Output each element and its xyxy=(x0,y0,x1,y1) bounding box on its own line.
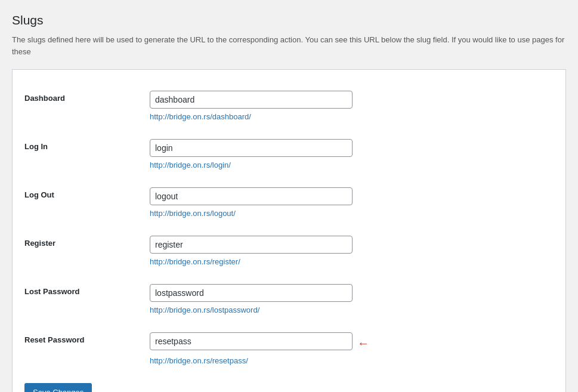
slug-row-login: Log Inhttp://bridge.on.rs/login/ xyxy=(24,130,554,178)
slug-url-resetpass[interactable]: http://bridge.on.rs/resetpass/ xyxy=(150,356,554,365)
slug-url-register[interactable]: http://bridge.on.rs/register/ xyxy=(150,257,554,266)
page-container: Slugs The slugs defined here will be use… xyxy=(0,0,578,392)
page-description: The slugs defined here will be used to g… xyxy=(12,34,566,57)
arrow-indicator: ← xyxy=(357,337,369,349)
slug-input-wrapper-logout: http://bridge.on.rs/logout/ xyxy=(150,187,554,218)
slug-field-cell-logout: http://bridge.on.rs/logout/ xyxy=(144,178,554,227)
slug-row-register: Registerhttp://bridge.on.rs/register/ xyxy=(24,227,554,275)
slug-row-logout: Log Outhttp://bridge.on.rs/logout/ xyxy=(24,178,554,227)
slug-url-dashboard[interactable]: http://bridge.on.rs/dashboard/ xyxy=(150,112,554,121)
slug-input-wrapper-login: http://bridge.on.rs/login/ xyxy=(150,139,554,169)
slug-input-wrapper-resetpass: ←http://bridge.on.rs/resetpass/ xyxy=(150,332,554,365)
slug-url-lostpassword[interactable]: http://bridge.on.rs/lostpassword/ xyxy=(150,305,554,314)
slug-label-lostpassword: Lost Password xyxy=(24,275,144,323)
slug-input-dashboard[interactable] xyxy=(150,91,353,109)
slug-label-login: Log In xyxy=(24,130,144,178)
slug-label-dashboard: Dashboard xyxy=(24,82,144,130)
slug-row-dashboard: Dashboardhttp://bridge.on.rs/dashboard/ xyxy=(24,82,554,130)
slug-label-resetpass: Reset Password xyxy=(24,323,144,374)
slug-input-resetpass[interactable] xyxy=(150,332,353,350)
slug-input-arrow-row-resetpass: ← xyxy=(150,332,554,354)
page-title: Slugs xyxy=(12,12,566,28)
slugs-form-table: Dashboardhttp://bridge.on.rs/dashboard/L… xyxy=(24,82,554,374)
slug-input-wrapper-lostpassword: http://bridge.on.rs/lostpassword/ xyxy=(150,284,554,314)
slug-input-lostpassword[interactable] xyxy=(150,284,353,302)
slug-label-logout: Log Out xyxy=(24,178,144,227)
slug-input-wrapper-dashboard: http://bridge.on.rs/dashboard/ xyxy=(150,91,554,121)
slug-url-logout[interactable]: http://bridge.on.rs/logout/ xyxy=(150,209,554,218)
content-area: Dashboardhttp://bridge.on.rs/dashboard/L… xyxy=(12,69,566,392)
slug-input-login[interactable] xyxy=(150,139,353,157)
slug-field-cell-login: http://bridge.on.rs/login/ xyxy=(144,130,554,178)
slug-row-resetpass: Reset Password←http://bridge.on.rs/reset… xyxy=(24,323,554,374)
slug-input-wrapper-register: http://bridge.on.rs/register/ xyxy=(150,236,554,266)
slug-field-cell-resetpass: ←http://bridge.on.rs/resetpass/ xyxy=(144,323,554,374)
slug-field-cell-lostpassword: http://bridge.on.rs/lostpassword/ xyxy=(144,275,554,323)
slug-field-cell-dashboard: http://bridge.on.rs/dashboard/ xyxy=(144,82,554,130)
slug-url-login[interactable]: http://bridge.on.rs/login/ xyxy=(150,160,554,169)
slug-field-cell-register: http://bridge.on.rs/register/ xyxy=(144,227,554,275)
slug-input-register[interactable] xyxy=(150,236,353,254)
slug-row-lostpassword: Lost Passwordhttp://bridge.on.rs/lostpas… xyxy=(24,275,554,323)
slug-input-logout[interactable] xyxy=(150,187,353,205)
save-changes-button[interactable]: Save Changes xyxy=(24,383,92,392)
slug-label-register: Register xyxy=(24,227,144,275)
